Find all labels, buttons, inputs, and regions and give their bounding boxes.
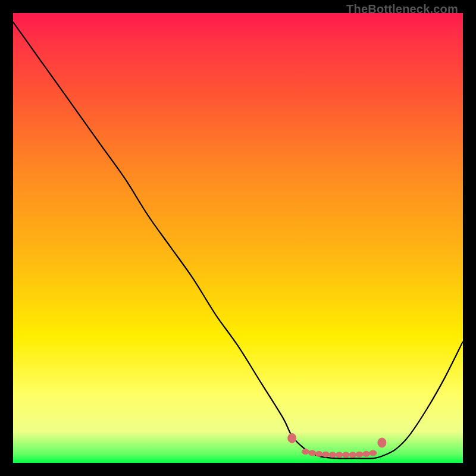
highlight-marker-group <box>288 433 386 457</box>
highlight-marker <box>336 452 343 458</box>
highlight-marker <box>309 450 316 456</box>
highlight-marker <box>302 449 309 455</box>
highlight-marker <box>378 438 386 447</box>
highlight-marker <box>362 451 369 456</box>
bottleneck-curve-line <box>13 22 463 459</box>
highlight-marker <box>349 452 356 458</box>
highlight-marker <box>288 433 296 443</box>
highlight-marker <box>329 452 336 458</box>
chart-plot-area <box>13 13 463 463</box>
chart-svg <box>13 13 463 463</box>
highlight-marker <box>369 450 377 456</box>
highlight-marker <box>342 452 349 458</box>
highlight-marker <box>356 452 363 457</box>
highlight-marker <box>315 451 322 456</box>
highlight-marker <box>322 452 329 457</box>
